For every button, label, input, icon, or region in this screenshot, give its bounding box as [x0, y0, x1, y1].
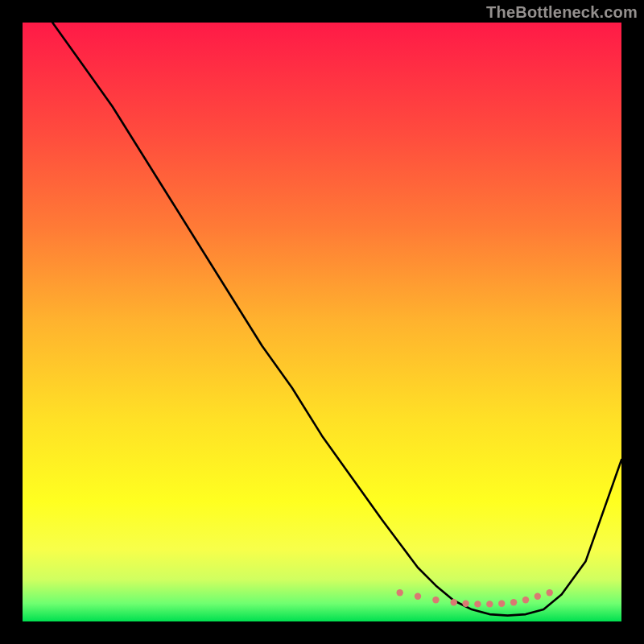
- flat-band-dot: [510, 599, 517, 605]
- flat-band-dot: [451, 599, 457, 605]
- chart-frame: TheBottleneck.com: [0, 0, 644, 644]
- flat-band-dot: [535, 593, 541, 600]
- curve-svg: [23, 23, 621, 621]
- flat-band-dot: [432, 597, 439, 603]
- flat-band-dot: [415, 593, 421, 600]
- flat-band-dot: [486, 601, 493, 607]
- flat-band-dot: [397, 589, 403, 596]
- flat-band-dot: [462, 601, 469, 607]
- flat-band-dot: [498, 601, 505, 607]
- plot-area: [23, 23, 621, 621]
- flat-band-dot: [522, 597, 529, 603]
- flat-band-dot: [547, 589, 553, 596]
- watermark-text: TheBottleneck.com: [486, 3, 638, 22]
- flat-band-dot: [474, 601, 481, 607]
- bottleneck-curve: [52, 23, 621, 616]
- flat-band-dots: [397, 589, 553, 608]
